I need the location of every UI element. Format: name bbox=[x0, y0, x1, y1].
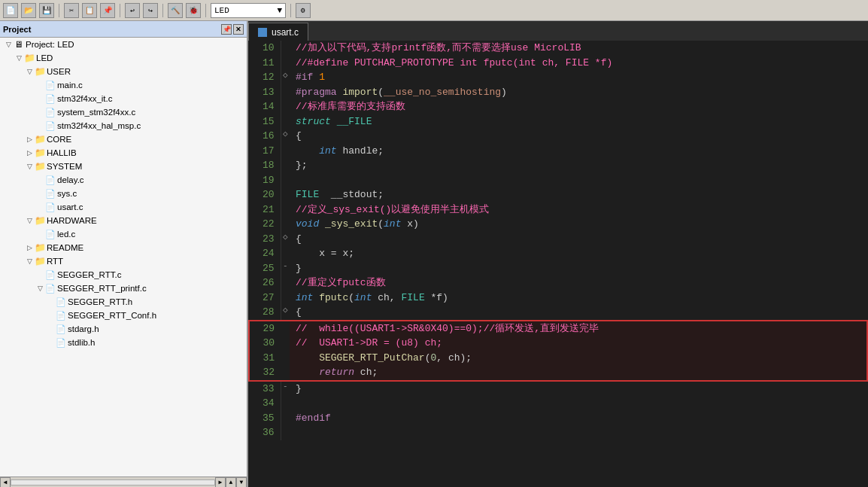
folder-icon: 📁 bbox=[35, 256, 45, 266]
line-number: 33 bbox=[249, 381, 281, 397]
expander-segger-printf-c[interactable]: ▽ bbox=[35, 283, 45, 294]
stdarg-h-label: stdarg.h bbox=[68, 324, 99, 333]
toolbar-icon-copy[interactable]: 📋 bbox=[82, 3, 97, 18]
tab-usart-c[interactable]: usart.c bbox=[248, 23, 308, 41]
folder-icon: 📁 bbox=[35, 134, 45, 145]
sidebar-item-delay-c[interactable]: ▷ 📄 delay.c bbox=[0, 173, 247, 187]
sidebar-item-hardware-folder[interactable]: ▽ 📁 HARDWARE bbox=[0, 214, 247, 227]
toolbar-icon-cut[interactable]: ✂ bbox=[64, 3, 79, 18]
sidebar-item-led-c[interactable]: ▷ 📄 led.c bbox=[0, 227, 247, 241]
sidebar-item-hallib-folder[interactable]: ▷ 📁 HALLIB bbox=[0, 146, 247, 160]
toolbar: 📄 📂 💾 ✂ 📋 📌 ↩ ↪ 🔨 🐞 LED ▼ ⚙ bbox=[0, 0, 868, 21]
toolbar-icon-build[interactable]: 🔨 bbox=[168, 3, 183, 18]
line-number: 10 bbox=[249, 41, 281, 56]
sidebar-item-hal-msp-c[interactable]: ▷ 📄 stm32f4xx_hal_msp.c bbox=[0, 119, 247, 132]
sidebar-item-led-folder[interactable]: ▽ 📁 LED bbox=[0, 51, 247, 65]
sidebar-item-rtt-folder[interactable]: ▽ 📁 RTT bbox=[0, 254, 247, 268]
sidebar-item-usart-c[interactable]: ▷ 📄 usart.c bbox=[0, 200, 247, 214]
sidebar-item-stdlib-h[interactable]: ▷ 📄 stdlib.h bbox=[0, 336, 247, 349]
sidebar-scrollbar-horizontal[interactable]: ◀ ▶ ▲ ▼ bbox=[0, 476, 247, 487]
code-content: #pragma import(__use_no_semihosting) bbox=[290, 85, 867, 100]
expander-led[interactable]: ▽ bbox=[14, 53, 24, 63]
pin-icon[interactable]: 📌 bbox=[221, 24, 232, 35]
toolbar-icon-redo[interactable]: ↪ bbox=[143, 3, 158, 18]
expander-readme[interactable]: ▷ bbox=[24, 242, 35, 253]
sidebar-item-core-folder[interactable]: ▷ 📁 CORE bbox=[0, 132, 247, 146]
sidebar-item-main-c[interactable]: ▷ 📄 main.c bbox=[0, 78, 247, 92]
toolbar-icon-settings[interactable]: ⚙ bbox=[296, 3, 311, 18]
code-content: //定义_sys_exit()以避免使用半主机模式 bbox=[290, 202, 867, 218]
table-row: 30 // USART1->DR = (u8) ch; bbox=[249, 336, 867, 351]
expander-rtt[interactable]: ▽ bbox=[24, 256, 35, 266]
code-content: SEGGER_RTT_PutChar(0, ch); bbox=[290, 351, 867, 366]
sidebar-item-system-folder[interactable]: ▽ 📁 SYSTEM bbox=[0, 160, 247, 173]
line-number: 34 bbox=[249, 396, 281, 411]
line-marker: ◇ bbox=[281, 232, 290, 247]
sidebar-item-user-folder[interactable]: ▽ 📁 USER bbox=[0, 65, 247, 78]
expander-hardware[interactable]: ▽ bbox=[24, 215, 35, 226]
expander-system-folder[interactable]: ▽ bbox=[24, 161, 35, 172]
line-marker: ◇ bbox=[281, 70, 290, 85]
table-row: 13 #pragma import(__use_no_semihosting) bbox=[249, 85, 867, 100]
expander-hallib[interactable]: ▷ bbox=[24, 148, 35, 158]
sidebar-header: Project 📌 ✕ bbox=[0, 21, 247, 38]
file-icon: 📄 bbox=[45, 175, 56, 185]
file-icon: 📄 bbox=[45, 283, 56, 294]
code-content: #endif bbox=[290, 411, 867, 426]
sidebar-item-readme-folder[interactable]: ▷ 📁 README bbox=[0, 241, 247, 254]
code-container[interactable]: 10 //加入以下代码,支持printf函数,而不需要选择use MicroLI… bbox=[248, 41, 868, 487]
toolbar-icon-new[interactable]: 📄 bbox=[3, 3, 18, 18]
sidebar-item-segger-printf-c[interactable]: ▽ 📄 SEGGER_RTT_printf.c bbox=[0, 282, 247, 295]
system-folder-label: SYSTEM bbox=[47, 162, 82, 171]
folder-icon: 📁 bbox=[35, 242, 45, 253]
code-content: //#define PUTCHAR_PROTOTYPE int fputc(in… bbox=[290, 56, 867, 71]
file-icon: 📄 bbox=[45, 229, 56, 239]
expander-user[interactable]: ▽ bbox=[24, 66, 35, 77]
table-row: 15 struct __FILE bbox=[249, 114, 867, 129]
line-number: 32 bbox=[249, 365, 281, 381]
code-content: return ch; bbox=[290, 365, 867, 381]
sidebar-item-segger-rtt-c[interactable]: ▷ 📄 SEGGER_RTT.c bbox=[0, 268, 247, 282]
segger-rtt-c-label: SEGGER_RTT.c bbox=[57, 270, 121, 279]
sidebar-item-segger-rtt-h[interactable]: ▷ 📄 SEGGER_RTT.h bbox=[0, 295, 247, 309]
expander-core[interactable]: ▷ bbox=[24, 134, 35, 145]
line-number: 35 bbox=[249, 411, 281, 426]
scroll-track[interactable] bbox=[11, 479, 215, 485]
code-content: void _sys_exit(int x) bbox=[290, 217, 867, 232]
sidebar-item-stm32it-c[interactable]: ▷ 📄 stm32f4xx_it.c bbox=[0, 92, 247, 105]
folder-icon: 📁 bbox=[35, 66, 45, 77]
expander-project[interactable]: ▽ bbox=[3, 39, 14, 50]
toolbar-icon-open[interactable]: 📂 bbox=[21, 3, 36, 18]
scroll-right-btn[interactable]: ▶ bbox=[215, 477, 226, 488]
hal-msp-label: stm32f4xx_hal_msp.c bbox=[57, 121, 141, 130]
line-number: 20 bbox=[249, 187, 281, 202]
code-content bbox=[290, 396, 867, 411]
code-content: //重定义fputc函数 bbox=[290, 275, 867, 291]
scroll-down-btn[interactable]: ▼ bbox=[236, 477, 247, 488]
table-row: 18 }; bbox=[249, 158, 867, 173]
code-content: { bbox=[290, 305, 867, 321]
toolbar-separator-1 bbox=[59, 4, 59, 17]
sidebar-item-sys-c[interactable]: ▷ 📄 sys.c bbox=[0, 187, 247, 200]
sidebar-item-stdarg-h[interactable]: ▷ 📄 stdarg.h bbox=[0, 322, 247, 336]
toolbar-target-dropdown[interactable]: LED ▼ bbox=[211, 3, 286, 18]
toolbar-icon-debug[interactable]: 🐞 bbox=[186, 3, 201, 18]
scroll-up-btn[interactable]: ▲ bbox=[226, 477, 236, 488]
sidebar-item-system-stm32-c[interactable]: ▷ 📄 system_stm32f4xx.c bbox=[0, 105, 247, 119]
sidebar-item-project-root[interactable]: ▽ 🖥 Project: LED bbox=[0, 38, 247, 51]
table-row: 22 void _sys_exit(int x) bbox=[249, 217, 867, 232]
scroll-left-btn[interactable]: ◀ bbox=[0, 477, 11, 488]
toolbar-icon-save[interactable]: 💾 bbox=[39, 3, 54, 18]
table-row: 21 //定义_sys_exit()以避免使用半主机模式 bbox=[249, 202, 867, 218]
sidebar-item-segger-conf-h[interactable]: ▷ 📄 SEGGER_RTT_Conf.h bbox=[0, 309, 247, 322]
code-content: int handle; bbox=[290, 144, 867, 159]
code-content: // while((USART1->SR&0X40)==0);//循环发送,直到… bbox=[290, 321, 867, 336]
table-row: 25 - } bbox=[249, 261, 867, 276]
line-marker: - bbox=[281, 261, 290, 276]
core-folder-label: CORE bbox=[47, 135, 71, 144]
toolbar-icon-paste[interactable]: 📌 bbox=[100, 3, 115, 18]
code-content: struct __FILE bbox=[290, 114, 867, 129]
toolbar-icon-undo[interactable]: ↩ bbox=[125, 3, 140, 18]
readme-folder-label: README bbox=[47, 243, 83, 252]
close-icon[interactable]: ✕ bbox=[233, 24, 244, 35]
